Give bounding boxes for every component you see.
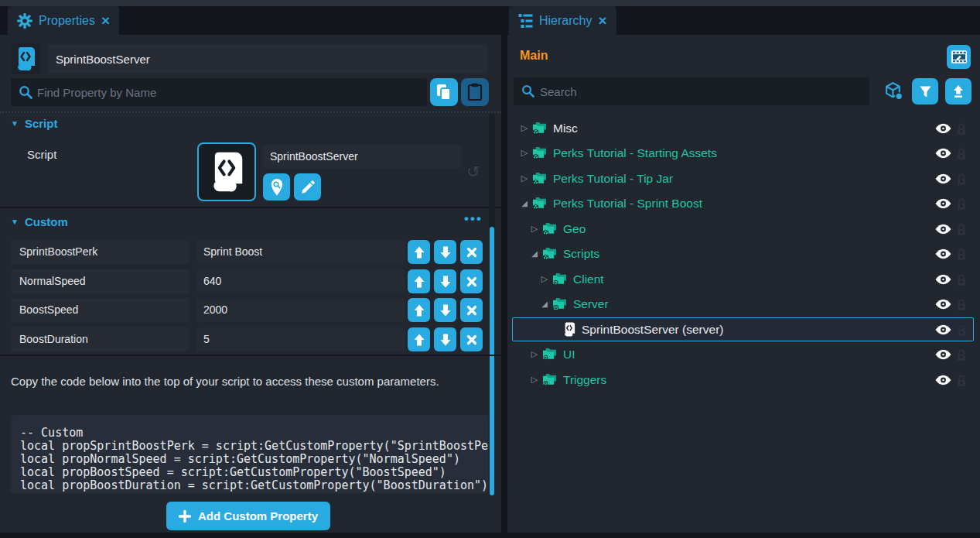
property-value-field[interactable]: 2000 <box>196 298 405 322</box>
expand-arrow-icon[interactable]: ▷ <box>519 148 530 158</box>
hierarchy-row-tip-jar[interactable]: ▷ Perks Tutorial - Tip Jar <box>512 166 974 190</box>
gear-wrench-icon <box>17 13 32 29</box>
property-name-field[interactable]: BoostDuration <box>11 327 189 351</box>
collapse-arrow-icon[interactable]: ◢ <box>539 300 550 308</box>
hierarchy-row-client[interactable]: ▷ Client <box>512 267 974 291</box>
move-up-button[interactable] <box>408 327 430 351</box>
move-up-button[interactable] <box>408 240 430 264</box>
section-expanded-icon[interactable]: ▼ <box>11 119 19 128</box>
object-cube-badge-icon[interactable] <box>884 81 903 104</box>
expand-arrow-icon[interactable]: ▷ <box>529 349 540 359</box>
hierarchy-row-scripts[interactable]: ◢ Scripts <box>512 242 974 266</box>
collapse-arrow-icon[interactable]: ◢ <box>519 199 530 207</box>
delete-property-button[interactable] <box>460 298 483 322</box>
lock-icon[interactable] <box>956 173 967 186</box>
delete-property-button[interactable] <box>460 240 483 264</box>
visibility-eye-icon[interactable] <box>935 349 951 360</box>
lock-icon[interactable] <box>956 374 967 387</box>
visibility-eye-icon[interactable] <box>935 248 951 259</box>
custom-params-code-block[interactable]: -- Custom local propSprintBoostPerk = sc… <box>11 415 488 493</box>
hierarchy-row-misc[interactable]: ▷ Misc <box>512 116 974 140</box>
arrow-up-line-icon <box>952 84 965 98</box>
script-asset-name[interactable]: SprintBoostServer <box>263 145 461 168</box>
add-custom-property-button[interactable]: Add Custom Property <box>166 502 330 530</box>
hierarchy-row-sprintboostserver[interactable]: SprintBoostServer (server) <box>512 317 974 341</box>
row-label: Server <box>573 297 609 311</box>
move-down-button[interactable] <box>434 298 456 322</box>
visibility-eye-icon[interactable] <box>935 123 951 134</box>
expand-arrow-icon[interactable]: ▷ <box>519 173 530 183</box>
folder-cube-icon <box>532 172 547 186</box>
property-value-field[interactable]: Sprint Boost <box>196 240 405 264</box>
paste-properties-button[interactable] <box>461 78 489 106</box>
property-name-field[interactable]: SprintBoostPerk <box>11 240 189 264</box>
section-script-header[interactable]: ▼ Script <box>11 117 57 130</box>
expand-arrow-icon[interactable]: ▷ <box>529 375 540 385</box>
hierarchy-row-triggers[interactable]: ▷ Triggers <box>512 368 974 392</box>
script-asset-slot[interactable] <box>197 142 256 201</box>
hierarchy-row-ui[interactable]: ▷ UI <box>512 342 974 366</box>
hierarchy-row-geo[interactable]: ▷ Geo <box>512 217 974 241</box>
move-down-button[interactable] <box>434 327 456 351</box>
copy-properties-button[interactable] <box>430 78 458 106</box>
scene-name-label[interactable]: Main <box>520 49 548 63</box>
section-custom-header[interactable]: ▼ Custom <box>11 215 68 228</box>
script-scroll-icon <box>563 322 575 337</box>
move-down-button[interactable] <box>434 240 456 264</box>
tab-hierarchy[interactable]: Hierarchy × <box>509 6 616 35</box>
scrollbar-thumb[interactable] <box>490 227 494 495</box>
move-up-button[interactable] <box>408 298 430 322</box>
hierarchy-search-input[interactable] <box>540 77 865 105</box>
lock-icon[interactable] <box>956 147 967 160</box>
tab-hierarchy-label: Hierarchy <box>539 14 592 28</box>
move-down-button[interactable] <box>434 269 456 293</box>
lock-icon[interactable] <box>956 197 967 211</box>
folder-cube-icon <box>542 222 557 236</box>
expand-arrow-icon[interactable]: ▷ <box>519 123 530 133</box>
visibility-eye-icon[interactable] <box>935 299 951 310</box>
collapse-all-button[interactable] <box>945 78 971 105</box>
locate-pin-search-icon <box>269 178 285 197</box>
hierarchy-row-starting-assets[interactable]: ▷ Perks Tutorial - Starting Assets <box>512 141 974 165</box>
visibility-eye-icon[interactable] <box>935 198 951 209</box>
visibility-eye-icon[interactable] <box>935 224 951 235</box>
lock-icon[interactable] <box>956 122 967 135</box>
custom-menu-icon[interactable]: ••• <box>464 211 483 227</box>
arrow-up-icon <box>414 304 425 317</box>
property-name-field[interactable]: NormalSpeed <box>11 269 189 293</box>
reset-property-icon[interactable]: ↺ <box>466 163 480 181</box>
visibility-eye-icon[interactable] <box>935 324 951 335</box>
find-script-button[interactable] <box>263 173 290 200</box>
property-search-input[interactable] <box>37 78 422 106</box>
object-name-field[interactable] <box>48 45 487 73</box>
property-value-field[interactable]: 5 <box>196 327 405 351</box>
move-up-button[interactable] <box>408 269 430 293</box>
close-icon[interactable]: × <box>598 13 606 28</box>
lock-icon[interactable] <box>956 324 967 337</box>
property-value-field[interactable]: 640 <box>196 269 405 293</box>
hierarchy-row-sprint-boost[interactable]: ◢ Perks Tutorial - Sprint Boost <box>512 191 974 215</box>
lock-icon[interactable] <box>956 348 967 362</box>
delete-property-button[interactable] <box>460 269 483 293</box>
collapse-arrow-icon[interactable]: ◢ <box>529 249 540 258</box>
x-icon <box>466 334 477 345</box>
visibility-eye-icon[interactable] <box>935 375 951 386</box>
lock-icon[interactable] <box>956 298 967 311</box>
tab-properties[interactable]: Properties × <box>8 6 119 35</box>
expand-arrow-icon[interactable]: ▷ <box>539 274 550 284</box>
scene-settings-button[interactable] <box>947 45 971 69</box>
visibility-eye-icon[interactable] <box>935 173 951 184</box>
lock-icon[interactable] <box>956 223 967 236</box>
hierarchy-row-server[interactable]: ◢ Server <box>512 292 974 316</box>
lock-icon[interactable] <box>956 273 967 286</box>
expand-arrow-icon[interactable]: ▷ <box>529 224 540 234</box>
lock-icon[interactable] <box>956 248 967 261</box>
property-name-field[interactable]: BoostSpeed <box>11 298 189 322</box>
close-icon[interactable]: × <box>101 13 110 28</box>
section-expanded-icon[interactable]: ▼ <box>11 218 19 226</box>
visibility-eye-icon[interactable] <box>935 274 951 285</box>
visibility-eye-icon[interactable] <box>935 148 951 159</box>
filter-button[interactable] <box>912 78 938 105</box>
edit-script-button[interactable] <box>294 173 321 200</box>
delete-property-button[interactable] <box>460 327 483 351</box>
